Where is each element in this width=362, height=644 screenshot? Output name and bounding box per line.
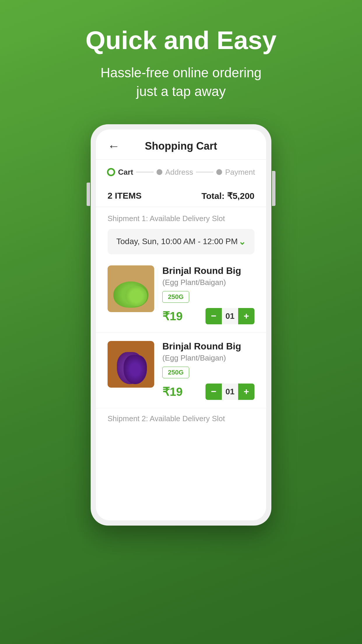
shipment2-label: Shipment 2: Available Delivery Slot	[96, 408, 266, 429]
product-details-2: Brinjal Round Big (Egg Plant/Baigan) 250…	[162, 341, 254, 400]
qty-increase-2[interactable]: +	[238, 384, 254, 400]
hero-subtitle: Hassle-free online ordering just a tap a…	[101, 63, 261, 101]
cart-summary: 2 ITEMS Total: ₹5,200	[96, 185, 266, 207]
product-weight-1: 250G	[162, 291, 189, 303]
product-subtitle-2: (Egg Plant/Baigan)	[162, 354, 254, 363]
product-price-2: ₹19	[162, 385, 183, 398]
step-label-payment: Payment	[225, 168, 255, 177]
product-item-1: Brinjal Round Big (Egg Plant/Baigan) 250…	[96, 257, 266, 333]
step-cart: Cart	[107, 168, 133, 177]
product-subtitle-1: (Egg Plant/Baigan)	[162, 278, 254, 287]
step-line-1	[136, 172, 154, 172]
product-details-1: Brinjal Round Big (Egg Plant/Baigan) 250…	[162, 265, 254, 324]
step-address: Address	[157, 168, 193, 177]
product-price-1: ₹19	[162, 309, 183, 323]
phone-mockup: ← Shopping Cart Cart Address Payment 2 I…	[91, 124, 271, 526]
product-weight-2: 250G	[162, 367, 189, 378]
total-amount: Total: ₹5,200	[201, 191, 254, 201]
qty-decrease-1[interactable]: −	[205, 308, 222, 324]
app-header: ← Shopping Cart	[96, 130, 266, 160]
product-image-1	[108, 265, 154, 312]
product-bottom-1: ₹19 − 01 +	[162, 308, 254, 324]
back-button[interactable]: ←	[108, 139, 120, 153]
qty-value-1: 01	[222, 308, 238, 324]
delivery-slot-selector[interactable]: Today, Sun, 10:00 AM - 12:00 PM ⌄	[108, 229, 254, 254]
qty-increase-1[interactable]: +	[238, 308, 254, 324]
screen-title: Shopping Cart	[145, 140, 217, 152]
step-dot-address	[157, 169, 162, 175]
hero-title: Quick and Easy	[85, 26, 276, 55]
product-image-2	[108, 341, 154, 388]
delivery-slot-text: Today, Sun, 10:00 AM - 12:00 PM	[116, 237, 238, 246]
product-name-1: Brinjal Round Big	[162, 265, 254, 276]
step-payment: Payment	[216, 168, 255, 177]
items-count: 2 ITEMS	[108, 191, 142, 201]
qty-decrease-2[interactable]: −	[205, 384, 222, 400]
step-label-address: Address	[165, 168, 193, 177]
chevron-down-icon: ⌄	[238, 237, 246, 247]
step-line-2	[196, 172, 213, 172]
product-bottom-2: ₹19 − 01 +	[162, 384, 254, 400]
shipment1-label: Shipment 1: Available Delivery Slot	[96, 207, 266, 226]
product-item-2: Brinjal Round Big (Egg Plant/Baigan) 250…	[96, 333, 266, 408]
phone-screen: ← Shopping Cart Cart Address Payment 2 I…	[96, 130, 266, 520]
progress-bar: Cart Address Payment	[96, 160, 266, 185]
qty-value-2: 01	[222, 384, 238, 400]
step-dot-cart	[107, 168, 115, 176]
step-label-cart: Cart	[118, 168, 133, 177]
product-name-2: Brinjal Round Big	[162, 341, 254, 352]
step-dot-payment	[216, 169, 222, 175]
qty-control-1: − 01 +	[205, 308, 254, 324]
qty-control-2: − 01 +	[205, 384, 254, 400]
